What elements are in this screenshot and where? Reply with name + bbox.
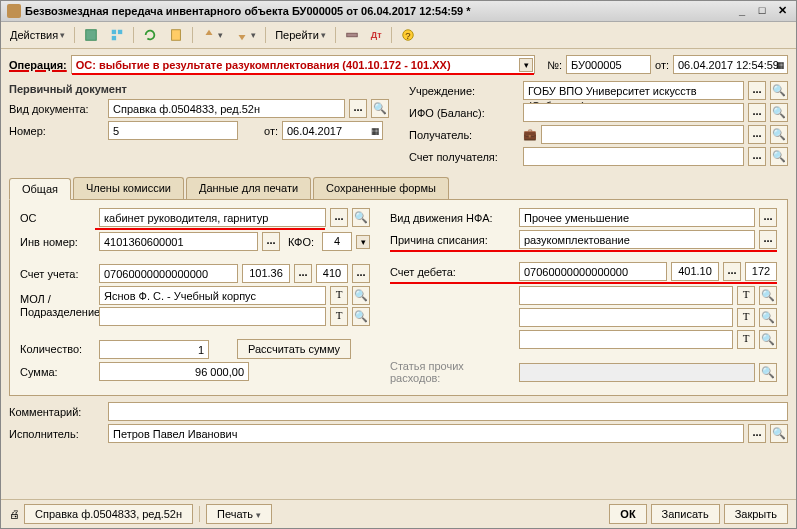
svg-rect-1 [112, 30, 116, 34]
debit-input[interactable]: 07060000000000000 [519, 262, 667, 281]
close-button[interactable]: Закрыть [724, 504, 788, 524]
debit-extra1-t[interactable]: T [737, 286, 755, 305]
primary-date-input[interactable]: 06.04.2017▦ [282, 121, 383, 140]
os-input[interactable]: кабинет руководителя, гарнитур [99, 208, 326, 227]
operation-dropdown-icon[interactable]: ▾ [519, 58, 533, 72]
operation-select[interactable]: ОС: выбытие в результате разукомплектова… [71, 55, 535, 74]
debit-extra2-input[interactable] [519, 308, 733, 327]
account-input[interactable]: 07060000000000000 [99, 264, 238, 283]
actions-menu[interactable]: Действия▾ [5, 26, 70, 44]
primary-num-label: Номер: [9, 125, 104, 137]
nfa-label: Вид движения НФА: [390, 212, 515, 224]
debit-extra3-search[interactable]: 🔍 [759, 330, 777, 349]
subdiv-t-button[interactable]: T [330, 307, 348, 326]
kfo-dropdown-icon[interactable]: ▾ [356, 235, 370, 249]
account-sub1-input[interactable]: 101.36 [242, 264, 290, 283]
tb-sort-down-icon[interactable]: ▾ [230, 25, 261, 45]
debit-extra1-search[interactable]: 🔍 [759, 286, 777, 305]
recipient-acct-input[interactable] [523, 147, 744, 166]
sum-input[interactable]: 96 000,00 [99, 362, 249, 381]
mol-input[interactable]: Яснов Ф. С. - Учебный корпус [99, 286, 326, 305]
tb-goto-icon[interactable] [79, 25, 103, 45]
subdiv-input[interactable] [99, 307, 326, 326]
os-lookup-button[interactable]: ... [330, 208, 348, 227]
debit-extra1-input[interactable] [519, 286, 733, 305]
ok-button[interactable]: ОК [609, 504, 646, 524]
executor-input[interactable]: Петров Павел Иванович [108, 424, 744, 443]
debit-sub1-lookup[interactable]: ... [723, 262, 741, 281]
reason-lookup-button[interactable]: ... [759, 230, 777, 249]
maximize-button[interactable]: □ [754, 4, 770, 18]
comment-input[interactable] [108, 402, 788, 421]
kfo-input[interactable]: 4 [322, 232, 352, 251]
primary-num-input[interactable]: 5 [108, 121, 238, 140]
debit-extra3-t[interactable]: T [737, 330, 755, 349]
account-sub2-input[interactable]: 410 [316, 264, 348, 283]
app-window: Безвозмездная передача инвентарного объе… [0, 0, 797, 529]
doc-datetime-input[interactable]: 06.04.2017 12:54:59▦ [673, 55, 788, 74]
inv-input[interactable]: 4101360600001 [99, 232, 258, 251]
debit-extra3-input[interactable] [519, 330, 733, 349]
recipient-search-button[interactable]: 🔍 [770, 125, 788, 144]
debit-extra2-search[interactable]: 🔍 [759, 308, 777, 327]
tb-settings-icon[interactable] [340, 25, 364, 45]
os-search-button[interactable]: 🔍 [352, 208, 370, 227]
account-sub1-lookup[interactable]: ... [294, 264, 312, 283]
svg-rect-4 [172, 30, 181, 41]
ifo-search-button[interactable]: 🔍 [770, 103, 788, 122]
org-input[interactable]: ГОБУ ВПО Университет искусств (Субсидия) [523, 81, 744, 100]
minimize-button[interactable]: _ [734, 4, 750, 18]
qty-input[interactable]: 1 [99, 340, 209, 359]
executor-search-button[interactable]: 🔍 [770, 424, 788, 443]
tab-commission[interactable]: Члены комиссии [73, 177, 184, 199]
doc-num-input[interactable]: БУ000005 [566, 55, 651, 74]
tb-goto-menu[interactable]: Перейти▾ [270, 26, 331, 44]
executor-lookup-button[interactable]: ... [748, 424, 766, 443]
account-sub2-lookup[interactable]: ... [352, 264, 370, 283]
tb-refresh-icon[interactable] [138, 25, 162, 45]
nfa-lookup-button[interactable]: ... [759, 208, 777, 227]
org-search-button[interactable]: 🔍 [770, 81, 788, 100]
doc-type-input[interactable]: Справка ф.0504833, ред.52н [108, 99, 345, 118]
tab-saved-forms[interactable]: Сохраненные формы [313, 177, 449, 199]
recipient-acct-search-button[interactable]: 🔍 [770, 147, 788, 166]
org-lookup-button[interactable]: ... [748, 81, 766, 100]
tb-sort-up-icon[interactable]: ▾ [197, 25, 228, 45]
recipient-input[interactable] [541, 125, 744, 144]
mol-t-button[interactable]: T [330, 286, 348, 305]
doc-type-label: Вид документа: [9, 103, 104, 115]
toolbar: Действия▾ ▾ ▾ Перейти▾ Дт ? [1, 22, 796, 49]
reason-label: Причина списания: [390, 234, 515, 246]
recipient-lookup-button[interactable]: ... [748, 125, 766, 144]
doc-type-search-button[interactable]: 🔍 [371, 99, 389, 118]
tb-paste-icon[interactable] [164, 25, 188, 45]
save-button[interactable]: Записать [651, 504, 720, 524]
sum-label: Сумма: [20, 366, 95, 378]
subdiv-search-button[interactable]: 🔍 [352, 307, 370, 326]
tab-common[interactable]: Общая [9, 178, 71, 200]
close-window-button[interactable]: ✕ [774, 4, 790, 18]
ifo-lookup-button[interactable]: ... [748, 103, 766, 122]
expense-search-button[interactable]: 🔍 [759, 363, 777, 382]
ifo-input[interactable] [523, 103, 744, 122]
nfa-input[interactable]: Прочее уменьшение [519, 208, 755, 227]
tb-help-icon[interactable]: ? [396, 25, 420, 45]
recipient-acct-lookup-button[interactable]: ... [748, 147, 766, 166]
doc-type-lookup-button[interactable]: ... [349, 99, 367, 118]
org-label: Учреждение: [409, 85, 519, 97]
tab-print-data[interactable]: Данные для печати [186, 177, 311, 199]
debit-sub2-input[interactable]: 172 [745, 262, 777, 281]
debit-sub1-input[interactable]: 401.10 [671, 262, 719, 281]
inv-lookup-button[interactable]: ... [262, 232, 280, 251]
debit-extra2-t[interactable]: T [737, 308, 755, 327]
mol-search-button[interactable]: 🔍 [352, 286, 370, 305]
reason-input[interactable]: разукомплектование [519, 230, 755, 249]
tb-dk-icon[interactable]: Дт [366, 27, 387, 43]
app-icon [7, 4, 21, 18]
expense-label: Статья прочих расходов: [390, 360, 515, 384]
tb-struct-icon[interactable] [105, 25, 129, 45]
qty-label: Количество: [20, 343, 95, 355]
print-menu-button[interactable]: Печать ▾ [206, 504, 272, 524]
footer-doc-button[interactable]: Справка ф.0504833, ред.52н [24, 504, 193, 524]
recalc-button[interactable]: Рассчитать сумму [237, 339, 351, 359]
